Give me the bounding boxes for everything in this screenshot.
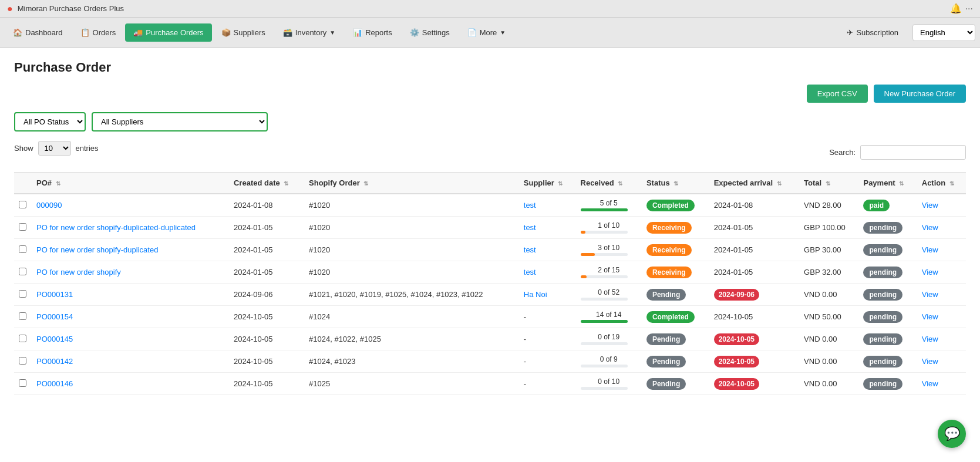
total-cell: VND 0.00 [799, 350, 858, 373]
shopify-order-cell: #1021, #1020, #1019, #1025, #1024, #1023… [304, 284, 519, 306]
supplier-link[interactable]: test [524, 245, 536, 254]
action-cell: View [917, 239, 966, 261]
search-input[interactable] [860, 145, 966, 160]
purchase-orders-table: PO# ⇅ Created date ⇅ Shopify Order ⇅ Sup… [14, 172, 966, 395]
po-number-link[interactable]: PO000146 [36, 379, 73, 388]
table-row: PO0001312024-09-06#1021, #1020, #1019, #… [14, 284, 966, 306]
supplier-link[interactable]: test [524, 268, 536, 276]
supplier-cell: - [519, 373, 576, 395]
view-link[interactable]: View [922, 245, 938, 254]
row-checkbox[interactable] [19, 379, 26, 387]
po-number-link[interactable]: PO for new order shopify-duplicated [36, 245, 158, 254]
nav-item-dashboard[interactable]: 🏠 Dashboard [5, 23, 71, 42]
payment-badge: pending [863, 333, 902, 345]
show-label: Show [14, 144, 33, 153]
po-number-link[interactable]: PO000145 [36, 335, 73, 343]
language-select[interactable]: English Vietnamese [912, 24, 975, 41]
po-number-link[interactable]: 000090 [36, 201, 62, 210]
row-checkbox[interactable] [19, 201, 26, 208]
col-header-status[interactable]: Status ⇅ [642, 173, 709, 194]
nav-item-inventory[interactable]: 🗃️ Inventory ▼ [275, 23, 343, 42]
entries-count-select[interactable]: 10 25 50 100 [38, 141, 71, 156]
po-status-filter[interactable]: All PO Status Completed Receiving Pendin… [14, 112, 86, 131]
status-cell: Pending [642, 350, 709, 373]
col-header-shopify-order[interactable]: Shopify Order ⇅ [304, 173, 519, 194]
payment-cell: pending [858, 239, 917, 261]
shopify-order-cell: #1020 [304, 194, 519, 217]
more-options-icon[interactable]: ··· [965, 4, 973, 14]
view-link[interactable]: View [922, 223, 938, 232]
new-purchase-order-button[interactable]: New Purchase Order [874, 85, 966, 103]
created-date-cell: 2024-10-05 [229, 328, 304, 350]
nav-item-settings[interactable]: ⚙️ Settings [402, 23, 458, 42]
col-header-received[interactable]: Received ⇅ [576, 173, 642, 194]
po-number-link[interactable]: PO000154 [36, 312, 73, 321]
shopify-order-cell: #1020 [304, 261, 519, 284]
supplier-link[interactable]: Ha Noi [524, 290, 547, 299]
expected-arrival-cell: 2024-01-08 [709, 194, 799, 217]
nav-item-orders[interactable]: 📋 Orders [72, 23, 124, 42]
view-link[interactable]: View [922, 268, 938, 276]
total-cell: VND 0.00 [799, 373, 858, 395]
status-badge: Completed [646, 200, 695, 211]
chat-button[interactable]: 💬 [938, 420, 966, 448]
table-row: PO0001422024-10-05#1024, #1023-0 of 9Pen… [14, 350, 966, 373]
notification-icon[interactable]: 🔔 [950, 3, 962, 14]
supplier-link[interactable]: test [524, 223, 536, 232]
select-all-header [14, 173, 32, 194]
row-checkbox[interactable] [19, 335, 26, 342]
truck-icon: 🚚 [133, 28, 143, 37]
subscription-button[interactable]: ✈ Subscription [838, 25, 907, 41]
po-number-link[interactable]: PO for new order shopify [36, 268, 121, 276]
entries-label: entries [76, 144, 99, 153]
view-link[interactable]: View [922, 201, 938, 210]
more-icon: 📄 [467, 28, 477, 37]
more-dropdown-icon: ▼ [500, 29, 506, 36]
col-header-payment[interactable]: Payment ⇅ [858, 173, 917, 194]
table-row: PO for new order shopify-duplicated-dupl… [14, 217, 966, 239]
col-header-total[interactable]: Total ⇅ [799, 173, 858, 194]
supplier-filter[interactable]: All Suppliers [92, 112, 268, 131]
row-checkbox[interactable] [19, 223, 26, 231]
nav-item-purchase-orders[interactable]: 🚚 Purchase Orders [125, 23, 211, 42]
row-checkbox[interactable] [19, 312, 26, 320]
inventory-icon: 🗃️ [283, 28, 292, 37]
payment-cell: pending [858, 306, 917, 328]
nav-item-more[interactable]: 📄 More ▼ [459, 23, 514, 42]
payment-cell: pending [858, 328, 917, 350]
status-cell: Receiving [642, 261, 709, 284]
status-cell: Completed [642, 194, 709, 217]
subscription-label: Subscription [856, 28, 898, 37]
nav-label-suppliers: Suppliers [234, 28, 265, 37]
po-number-link[interactable]: PO000142 [36, 357, 73, 366]
total-cell: VND 50.00 [799, 306, 858, 328]
row-checkbox[interactable] [19, 290, 26, 298]
nav-item-suppliers[interactable]: 📦 Suppliers [213, 23, 274, 42]
col-header-po-number[interactable]: PO# ⇅ [32, 173, 229, 194]
action-cell: View [917, 373, 966, 395]
view-link[interactable]: View [922, 290, 938, 299]
row-checkbox[interactable] [19, 357, 26, 365]
view-link[interactable]: View [922, 312, 938, 321]
supplier-cell: - [519, 350, 576, 373]
row-checkbox[interactable] [19, 268, 26, 275]
payment-badge: pending [863, 289, 902, 301]
export-csv-button[interactable]: Export CSV [807, 85, 868, 103]
col-header-action[interactable]: Action ⇅ [917, 173, 966, 194]
view-link[interactable]: View [922, 335, 938, 343]
shopify-order-cell: #1025 [304, 373, 519, 395]
col-header-expected-arrival[interactable]: Expected arrival ⇅ [709, 173, 799, 194]
received-cell: 0 of 19 [576, 328, 642, 350]
po-number-link[interactable]: PO for new order shopify-duplicated-dupl… [36, 223, 196, 232]
row-checkbox[interactable] [19, 245, 26, 253]
payment-badge: pending [863, 222, 902, 234]
overdue-date-badge: 2024-09-06 [714, 289, 759, 301]
view-link[interactable]: View [922, 357, 938, 366]
col-header-created-date[interactable]: Created date ⇅ [229, 173, 304, 194]
view-link[interactable]: View [922, 379, 938, 388]
po-number-link[interactable]: PO000131 [36, 290, 73, 299]
col-header-supplier[interactable]: Supplier ⇅ [519, 173, 576, 194]
supplier-link[interactable]: test [524, 201, 536, 210]
nav-label-more: More [480, 28, 497, 37]
nav-item-reports[interactable]: 📊 Reports [345, 23, 400, 42]
